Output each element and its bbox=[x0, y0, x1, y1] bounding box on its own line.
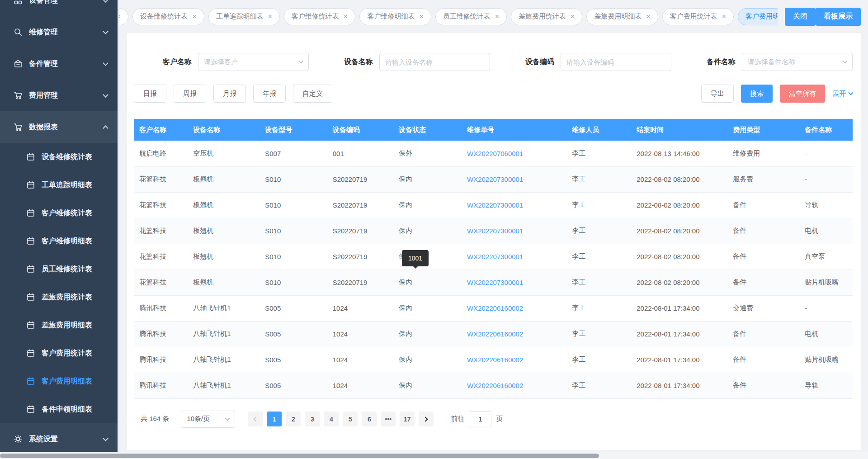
sidebar-submenu-item[interactable]: 工单追踪明细表 bbox=[0, 171, 118, 199]
close-icon[interactable]: × bbox=[344, 13, 348, 20]
table-cell: 电机 bbox=[799, 218, 853, 244]
page-button[interactable]: 17 bbox=[400, 412, 415, 426]
page-button[interactable]: 5 bbox=[343, 412, 358, 426]
repair-order-link[interactable]: WX202207300001 bbox=[467, 253, 523, 260]
page-button[interactable]: 1 bbox=[267, 412, 282, 426]
tab-label: 差旅费用明细表 bbox=[594, 12, 642, 21]
tab[interactable]: 客户维修统计表 × bbox=[284, 8, 355, 25]
sidebar-item-settings[interactable]: 系统设置 bbox=[0, 423, 118, 455]
page-button[interactable]: 3 bbox=[305, 412, 320, 426]
calendar-icon bbox=[26, 208, 35, 218]
table-cell: 保内 bbox=[393, 347, 462, 373]
tab[interactable]: 工单追踪明细表 × bbox=[208, 8, 280, 25]
sidebar-item-device-mgmt[interactable]: 设备管理 bbox=[0, 0, 118, 16]
yearly-report-button[interactable]: 年报 bbox=[253, 85, 286, 103]
sidebar-item-repair-mgmt[interactable]: 维修管理 bbox=[0, 16, 118, 48]
table-cell: WX202207300001 bbox=[462, 166, 566, 192]
close-icon[interactable]: × bbox=[495, 13, 499, 20]
close-icon[interactable]: × bbox=[722, 13, 726, 20]
sidebar-submenu-label: 差旅费用明细表 bbox=[42, 321, 92, 330]
chevron-down-icon bbox=[842, 58, 847, 63]
column-header: 设备状态 bbox=[393, 119, 462, 141]
repair-order-link[interactable]: WX202206160002 bbox=[467, 330, 523, 338]
tab[interactable]: 用 × bbox=[119, 8, 128, 25]
table-cell: S005 bbox=[259, 295, 327, 321]
table-cell: S010 bbox=[259, 218, 327, 244]
toolbar-row: 日报 周报 月报 年报 自定义 导出 搜索 清空所有 展开 bbox=[134, 85, 853, 103]
tab[interactable]: 差旅费用明细表 × bbox=[586, 8, 658, 25]
monthly-report-button[interactable]: 月报 bbox=[213, 85, 246, 103]
close-icon[interactable]: × bbox=[119, 13, 121, 20]
sidebar-submenu-item[interactable]: 客户维修明细表 bbox=[0, 227, 118, 255]
table-cell: S20220719 bbox=[327, 192, 393, 218]
page-button[interactable]: 4 bbox=[324, 412, 339, 426]
tab[interactable]: 客户维修明细表 × bbox=[359, 8, 431, 25]
sidebar-item-parts-mgmt[interactable]: 备件管理 bbox=[0, 48, 118, 80]
repair-order-link[interactable]: WX202207060001 bbox=[467, 150, 523, 157]
table-cell: S005 bbox=[259, 321, 327, 347]
close-tabs-button[interactable]: 关闭 bbox=[785, 8, 816, 26]
filter-label: 设备名称 bbox=[344, 57, 373, 67]
expand-toggle[interactable]: 展开 bbox=[832, 90, 853, 98]
close-icon[interactable]: × bbox=[646, 13, 650, 20]
sidebar-submenu-item[interactable]: 员工维修统计表 bbox=[0, 255, 118, 283]
sidebar-submenu-label: 差旅费用统计表 bbox=[42, 293, 92, 302]
prev-page-button[interactable] bbox=[248, 412, 263, 426]
weekly-report-button[interactable]: 周报 bbox=[174, 85, 206, 103]
repair-order-link[interactable]: WX202206160002 bbox=[467, 304, 523, 312]
export-button[interactable]: 导出 bbox=[701, 85, 734, 103]
close-icon[interactable]: × bbox=[192, 13, 196, 20]
table-cell: 板翘机 bbox=[188, 192, 259, 218]
sidebar-submenu-item[interactable]: 差旅费用统计表 bbox=[0, 283, 118, 311]
daily-report-button[interactable]: 日报 bbox=[134, 85, 166, 103]
board-display-button[interactable]: 看板展示 bbox=[816, 8, 861, 26]
device-name-input[interactable] bbox=[379, 53, 490, 71]
table-cell: - bbox=[799, 166, 853, 192]
close-icon[interactable]: × bbox=[571, 13, 575, 20]
table-row: 花篮科技板翘机S010S20220719保内WX202207300001李工20… bbox=[134, 218, 853, 244]
repair-order-link[interactable]: WX202207300001 bbox=[467, 279, 523, 286]
close-icon[interactable]: × bbox=[419, 13, 423, 20]
page-button[interactable]: 6 bbox=[362, 412, 377, 426]
sidebar-item-label: 维修管理 bbox=[29, 28, 104, 37]
sidebar-item-expense-mgmt[interactable]: 费用管理 bbox=[0, 80, 118, 111]
tab-label: 客户维修明细表 bbox=[367, 12, 415, 21]
sidebar-submenu-item[interactable]: 差旅费用明细表 bbox=[0, 311, 118, 339]
tab[interactable]: 客户费用统计表 × bbox=[662, 8, 734, 25]
next-page-button[interactable] bbox=[419, 412, 434, 426]
scrollbar-thumb[interactable] bbox=[0, 454, 599, 458]
sidebar-submenu-item[interactable]: 设备维修统计表 bbox=[0, 143, 118, 171]
repair-order-link[interactable]: WX202206160002 bbox=[467, 382, 523, 389]
page-size-select[interactable]: 10条/页 bbox=[181, 411, 235, 428]
calendar-icon bbox=[26, 321, 35, 330]
clear-all-button[interactable]: 清空所有 bbox=[780, 85, 825, 103]
customer-select[interactable]: 请选择客户 bbox=[198, 53, 309, 71]
search-button[interactable]: 搜索 bbox=[741, 85, 773, 103]
grid-icon bbox=[14, 0, 23, 5]
sidebar-submenu-item[interactable]: 客户费用统计表 bbox=[0, 339, 118, 367]
page-button[interactable]: 2 bbox=[286, 412, 301, 426]
calendar-icon bbox=[26, 152, 35, 161]
sidebar-submenu-item[interactable]: 客户维修统计表 bbox=[0, 199, 118, 227]
device-code-input[interactable] bbox=[561, 53, 671, 71]
repair-order-link[interactable]: WX202207300001 bbox=[467, 201, 523, 209]
goto-page-input[interactable] bbox=[469, 411, 491, 427]
repair-order-link[interactable]: WX202206160002 bbox=[467, 356, 523, 364]
tab[interactable]: 差旅费用统计表 × bbox=[511, 8, 582, 25]
sidebar-submenu-item[interactable]: 客户费用明细表 bbox=[0, 367, 118, 395]
custom-report-button[interactable]: 自定义 bbox=[293, 85, 332, 103]
tab[interactable]: 员工维修统计表 × bbox=[435, 8, 507, 25]
sidebar-item-reports[interactable]: 数据报表 bbox=[0, 111, 118, 143]
repair-order-link[interactable]: WX202207300001 bbox=[467, 175, 523, 183]
table-cell: S010 bbox=[259, 244, 327, 270]
repair-order-link[interactable]: WX202207300001 bbox=[467, 227, 523, 235]
more-pages-button[interactable]: ••• bbox=[381, 412, 396, 426]
part-name-select[interactable]: 请选择备件名称 bbox=[742, 53, 853, 71]
tab[interactable]: 设备维修统计表 × bbox=[132, 8, 204, 25]
tab[interactable]: 客户费用明细表 × bbox=[738, 8, 778, 25]
page-numbers: 123456•••17 bbox=[267, 412, 415, 426]
table-cell: S010 bbox=[259, 166, 327, 192]
table-cell: 001 bbox=[327, 141, 393, 166]
sidebar-submenu-item[interactable]: 备件申领明细表 bbox=[0, 395, 118, 423]
close-icon[interactable]: × bbox=[268, 13, 272, 20]
